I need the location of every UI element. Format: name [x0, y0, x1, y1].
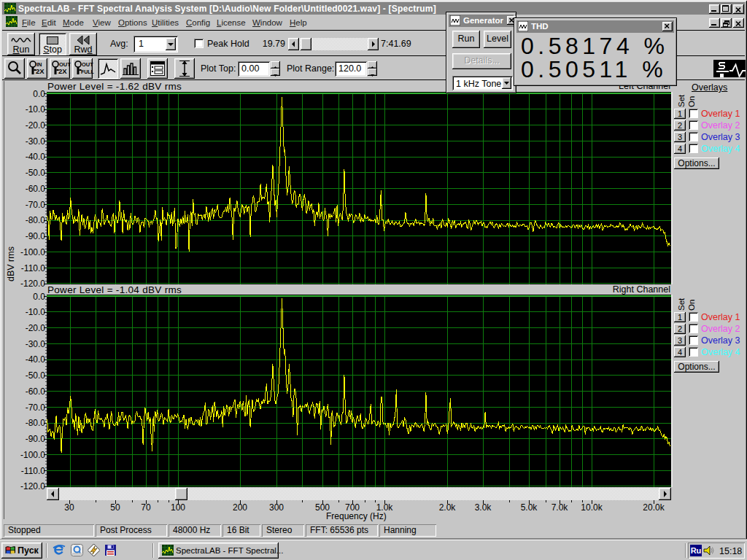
svg-text:2X: 2X [58, 67, 67, 75]
svg-text:2X: 2X [36, 67, 44, 75]
svg-text:OUT: OUT [82, 61, 93, 68]
svg-text:FULL: FULL [81, 69, 95, 74]
